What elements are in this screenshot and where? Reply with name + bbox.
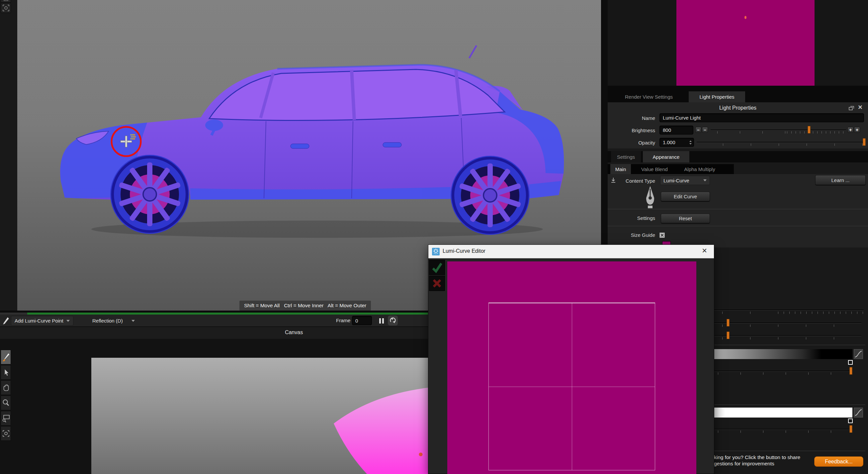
tab-label: Light Properties <box>699 94 734 100</box>
reset-button[interactable]: Reset <box>661 214 710 223</box>
param-slider-1-handle[interactable] <box>726 319 730 327</box>
content-type-value: Lumi-Curve <box>663 178 689 183</box>
paint-tool-button[interactable] <box>1 350 11 364</box>
opacity-slider-handle[interactable] <box>863 138 866 146</box>
light-handle-dot <box>419 453 423 456</box>
subtab-main[interactable]: Main <box>610 164 631 174</box>
channel-dropdown[interactable]: Reflection (D) <box>88 316 139 326</box>
curve-thumbnail-icon <box>855 408 862 417</box>
float-panel-icon[interactable] <box>849 106 854 111</box>
spinner-icon[interactable] <box>689 140 692 145</box>
canvas-panel: Canvas <box>0 327 428 474</box>
opacity-label: Opacity <box>608 140 655 146</box>
curve-size-guide[interactable] <box>489 303 655 470</box>
learn-button[interactable]: Learn ... <box>815 175 866 185</box>
edit-curve-button[interactable]: Edit Curve <box>661 192 710 201</box>
viewport-fit-view-button[interactable] <box>1 3 11 13</box>
cursor-arrow-icon <box>2 368 10 377</box>
feedback-button[interactable]: Feedback... <box>814 456 863 467</box>
tab-light-properties[interactable]: Light Properties <box>689 91 745 102</box>
value-invert-checkbox[interactable] <box>848 418 853 423</box>
light-position-dot[interactable] <box>744 16 746 19</box>
pan-tool-button[interactable] <box>1 380 11 395</box>
opacity-slider-track[interactable] <box>697 142 865 143</box>
param-slider-1-ticks <box>722 325 862 327</box>
tab-label: Settings <box>617 154 635 160</box>
app-window: Shift = Move All Ctrl = Move Inner Alt =… <box>0 0 868 474</box>
subtab-value-blend[interactable]: Value Blend <box>636 164 673 174</box>
zoom-region-tool-button[interactable] <box>1 411 11 425</box>
viewport-left-strip <box>0 0 17 310</box>
tab-label: Main <box>615 167 626 172</box>
pause-icon[interactable] <box>378 317 385 325</box>
select-tool-button[interactable] <box>1 365 11 380</box>
falloff-slider-track[interactable] <box>714 309 864 310</box>
tab-label: Render View Settings <box>625 94 673 100</box>
alpha-slider-handle[interactable] <box>849 367 852 375</box>
editor-title-bar[interactable]: Lumi-Curve Editor × <box>428 245 714 259</box>
brightness-fine-minus-button[interactable]: – <box>702 127 708 133</box>
subtab-alpha-multiply[interactable]: Alpha Multiply <box>678 164 721 174</box>
close-panel-icon[interactable]: × <box>858 103 862 112</box>
fit-view-icon <box>2 4 10 12</box>
brightness-slider-handle[interactable] <box>808 126 811 134</box>
lumi-curve-light-shape[interactable] <box>332 383 428 474</box>
modifier-tooltip: Shift = Move All Ctrl = Move Inner Alt =… <box>240 301 371 310</box>
tab-render-view-settings[interactable]: Render View Settings <box>614 91 684 102</box>
fit-view-tool-button[interactable] <box>1 426 11 441</box>
value-slider-track[interactable] <box>711 429 853 430</box>
separator <box>711 451 865 451</box>
opacity-input[interactable]: 1.000 <box>659 138 694 147</box>
chevron-down-icon <box>131 320 135 322</box>
content-type-dropdown[interactable]: Lumi-Curve <box>660 176 710 185</box>
frame-value: 0 <box>355 318 358 324</box>
canvas-title-bar: Canvas <box>0 327 428 339</box>
alpha-invert-checkbox[interactable] <box>848 360 853 365</box>
add-point-dropdown[interactable]: Add Lumi-Curve Point <box>11 316 73 326</box>
size-guide-checkbox[interactable] <box>659 233 665 238</box>
zoom-tool-button[interactable] <box>1 395 11 410</box>
editor-accept-button[interactable] <box>429 260 445 275</box>
brightness-fine-plus-button[interactable]: + <box>847 127 854 133</box>
alpha-slider-track[interactable] <box>711 371 853 372</box>
button-label: Feedback... <box>825 459 853 465</box>
alpha-slider-ticks <box>718 373 851 375</box>
magnifier-icon <box>2 398 10 407</box>
render-thumbnail[interactable] <box>676 0 814 86</box>
add-point-label: Add Lumi-Curve Point <box>14 318 63 324</box>
value-gradient-bar[interactable] <box>697 408 852 418</box>
sync-button[interactable] <box>388 316 398 326</box>
viewport-tool-partial[interactable] <box>1 0 11 3</box>
brightness-coarse-plus-button[interactable]: + <box>854 127 860 133</box>
tab-settings[interactable]: Settings <box>611 151 641 162</box>
param-slider-1-track[interactable] <box>714 323 861 324</box>
zoom-region-icon <box>2 0 10 1</box>
brightness-ticks-sparse <box>717 131 787 134</box>
brightness-slider-track[interactable] <box>711 129 846 130</box>
tab-appearance[interactable]: Appearance <box>643 151 689 162</box>
pen-nib-icon <box>642 185 659 209</box>
light-placement-cursor <box>110 125 143 158</box>
editor-close-button[interactable]: × <box>702 245 707 256</box>
cancel-x-icon <box>432 278 442 289</box>
alpha-gradient-bar[interactable] <box>697 349 852 359</box>
editor-title: Lumi-Curve Editor <box>443 248 486 254</box>
pen-tool-icon <box>2 317 10 325</box>
gradient-curve-button[interactable] <box>854 407 863 418</box>
brightness-coarse-minus-button[interactable]: – <box>695 127 701 133</box>
main-tab-bar: Render View Settings Light Properties <box>608 91 868 102</box>
frame-input[interactable]: 0 <box>352 316 372 325</box>
timeline-toolbar: Add Lumi-Curve Point Reflection (D) Fram… <box>0 315 428 327</box>
param-slider-2-ticks <box>722 337 862 339</box>
param-slider-2-handle[interactable] <box>726 331 730 339</box>
paint-canvas[interactable] <box>91 358 428 474</box>
value-slider-handle[interactable] <box>849 425 852 433</box>
gradient-curve-button[interactable] <box>854 349 863 359</box>
param-slider-2-track[interactable] <box>714 335 861 336</box>
curve-thumbnail-icon <box>855 350 862 358</box>
brightness-input[interactable]: 800 <box>659 125 693 135</box>
light-name-input[interactable]: Lumi-Curve Light <box>659 113 864 122</box>
tab-label: Alpha Multiply <box>684 167 715 172</box>
lumi-curve-canvas[interactable] <box>447 261 696 474</box>
editor-cancel-button[interactable] <box>429 276 445 291</box>
